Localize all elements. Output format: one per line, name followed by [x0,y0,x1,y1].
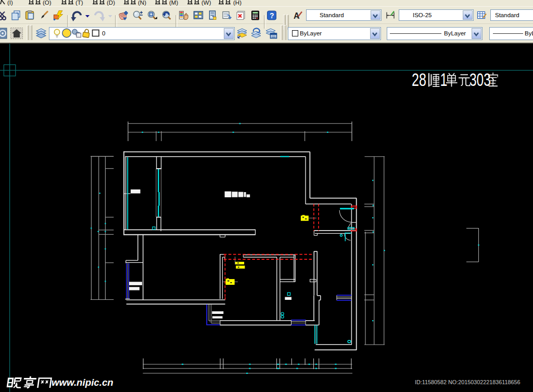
svg-text:(N): (N) [138,0,146,6]
svg-text:1: 1 [440,69,448,89]
svg-text:ID:11580582 NO:201503022218361: ID:11580582 NO:20150302221836118656 [415,379,521,385]
svg-text:303: 303 [469,69,491,89]
svg-text:www.nipic.cn: www.nipic.cn [52,377,113,388]
svg-text:(D): (D) [107,0,115,6]
svg-text:(H): (H) [233,0,242,6]
svg-text:(O): (O) [43,0,52,6]
svg-text:28: 28 [412,69,426,89]
svg-text:(W): (W) [201,0,211,6]
svg-text:(T): (T) [75,0,83,6]
svg-text:(I): (I) [7,0,13,6]
svg-text:(M): (M) [169,0,178,6]
svg-text:?: ? [270,11,274,20]
